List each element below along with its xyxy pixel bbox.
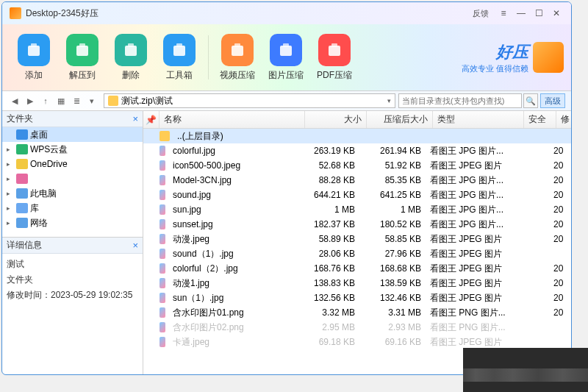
file-name: sound.jpg — [168, 190, 298, 200]
window-title: Desktop-2345好压 — [26, 7, 473, 20]
tool-PDF压缩[interactable]: PDF压缩 — [310, 34, 359, 82]
file-row[interactable]: sound.jpg 644.21 KB 641.25 KB 看图王 JPG 图片… — [143, 188, 571, 202]
file-name: 含水印图片01.png — [168, 307, 298, 319]
file-size: 88.28 KB — [298, 175, 359, 185]
expand-icon[interactable]: ▸ — [7, 146, 14, 153]
up-button[interactable]: ↑ — [39, 94, 52, 107]
tree-icon — [16, 144, 28, 154]
back-button[interactable]: ◀ — [8, 94, 21, 107]
path-input[interactable]: 测试.zip\测试 ▾ — [104, 93, 395, 108]
col-size[interactable]: 大小 — [305, 111, 367, 128]
file-icon — [159, 190, 165, 200]
close-details-panel[interactable]: × — [132, 240, 138, 251]
file-row[interactable]: colorful（2）.jpg 168.76 KB 168.68 KB 看图王 … — [143, 261, 571, 276]
svg-rect-4 — [125, 46, 137, 56]
col-security[interactable]: 安全 — [524, 111, 556, 128]
file-icon — [159, 307, 165, 318]
file-type: 看图王 JPEG 图片 — [426, 292, 517, 304]
file-compressed: 3.31 MB — [359, 307, 426, 318]
file-row[interactable]: icon500-500.jpeg 52.68 KB 51.92 KB 看图王 J… — [143, 158, 571, 173]
file-row[interactable]: sun.jpg 1 MB 1 MB 看图王 JPG 图片... 20 — [143, 202, 571, 217]
svg-rect-3 — [79, 43, 85, 47]
file-compressed: 58.85 KB — [359, 234, 426, 244]
file-row[interactable]: sunset.jpg 182.37 KB 180.52 KB 看图王 JPG 图… — [143, 217, 571, 232]
file-row[interactable]: sound（1）.jpg 28.06 KB 27.96 KB 看图王 JPEG … — [143, 246, 571, 261]
feedback-link[interactable]: 反馈 — [473, 8, 489, 19]
file-size: 3.32 MB — [298, 307, 359, 318]
file-icon — [159, 175, 165, 185]
expand-icon[interactable]: ▸ — [7, 219, 14, 227]
tool-icon — [18, 34, 50, 66]
expand-icon[interactable]: ▸ — [7, 190, 14, 197]
tree-item[interactable]: ▸ 此电脑 — [2, 186, 143, 201]
file-modified: 20 — [549, 175, 571, 185]
tree-item[interactable]: 桌面 — [2, 127, 143, 142]
file-icon — [159, 278, 165, 288]
close-button[interactable]: ✕ — [549, 6, 564, 21]
menu-icon[interactable]: ≡ — [496, 6, 511, 21]
tool-添加[interactable]: 添加 — [10, 34, 58, 82]
tree-item[interactable]: ▸ 库 — [2, 201, 143, 215]
expand-icon[interactable]: ▸ — [7, 204, 14, 212]
file-type: 看图王 JPG 图片... — [426, 174, 517, 187]
file-modified: 20 — [549, 278, 571, 288]
tree-item[interactable]: ▸ — [2, 171, 143, 186]
tree-item[interactable]: ▸ OneDrive — [2, 157, 143, 171]
tree-item[interactable]: ▸ WPS云盘 — [2, 142, 143, 157]
svg-rect-11 — [283, 43, 289, 47]
file-modified: 20 — [549, 263, 571, 274]
svg-rect-6 — [173, 46, 185, 56]
col-type[interactable]: 类型 — [433, 111, 524, 128]
file-icon — [159, 160, 165, 171]
file-compressed: 85.35 KB — [359, 175, 426, 185]
tree-icon — [16, 129, 28, 140]
col-modified[interactable]: 修 — [556, 111, 571, 128]
search-input[interactable] — [398, 93, 522, 108]
col-name[interactable]: 名称 — [159, 111, 305, 128]
file-size: 644.21 KB — [298, 190, 359, 200]
svg-rect-0 — [28, 46, 40, 56]
parent-dir-row[interactable]: ..(上层目录) — [143, 129, 571, 143]
view-icons-button[interactable]: ▦ — [54, 94, 68, 107]
detail-mtime: 修改时间：2023-05-29 19:02:35 — [7, 289, 138, 302]
path-text: 测试.zip\测试 — [121, 95, 173, 107]
forward-button[interactable]: ▶ — [24, 94, 37, 107]
expand-icon[interactable]: ▸ — [7, 160, 14, 168]
tree-item[interactable]: ▸ 网络 — [2, 215, 143, 230]
tool-删除[interactable]: 删除 — [107, 34, 155, 82]
tool-工具箱[interactable]: 工具箱 — [155, 34, 204, 82]
file-row[interactable]: 含水印图片01.png 3.32 MB 3.31 MB 看图王 PNG 图片..… — [143, 305, 571, 320]
file-compressed: 1 MB — [359, 204, 426, 215]
tool-视频压缩[interactable]: 视频压缩 — [213, 34, 262, 82]
col-compressed[interactable]: 压缩后大小 — [367, 111, 433, 128]
file-row[interactable]: Model-3CN.jpg 88.28 KB 85.35 KB 看图王 JPG … — [143, 173, 571, 188]
toolbar-divider — [208, 35, 209, 79]
tool-解压到[interactable]: 解压到 — [58, 34, 107, 82]
file-modified: 20 — [549, 219, 571, 229]
file-row[interactable]: sun（1）.jpg 132.56 KB 132.46 KB 看图王 JPEG … — [143, 291, 571, 305]
file-row[interactable]: 动漫1.jpg 138.83 KB 138.59 KB 看图王 JPEG 图片 … — [143, 276, 571, 291]
tool-icon — [270, 34, 302, 66]
view-list-button[interactable]: ≣ — [70, 94, 83, 107]
file-size: 58.89 KB — [298, 234, 359, 244]
svg-rect-7 — [176, 43, 182, 47]
minimize-button[interactable]: — — [514, 6, 528, 21]
file-type: 看图王 JPG 图片... — [426, 218, 517, 231]
search-button[interactable]: 🔍 — [523, 93, 538, 108]
close-folders-panel[interactable]: × — [132, 113, 138, 124]
pin-column[interactable]: 📌 — [143, 111, 159, 128]
file-row[interactable]: 卡通.jpeg 69.18 KB 69.16 KB 看图王 JPEG 图片 — [143, 335, 571, 349]
chevron-down-icon[interactable]: ▾ — [387, 97, 391, 104]
file-type: 看图王 JPEG 图片 — [426, 248, 517, 260]
tool-图片压缩[interactable]: 图片压缩 — [262, 34, 310, 82]
file-row[interactable]: 动漫.jpeg 58.89 KB 58.85 KB 看图王 JPEG 图片 20 — [143, 232, 571, 246]
tree-icon — [16, 188, 28, 199]
tree-label: 网络 — [30, 217, 48, 229]
maximize-button[interactable]: ☐ — [531, 6, 546, 21]
file-row[interactable]: 含水印图片02.png 2.95 MB 2.93 MB 看图王 PNG 图片..… — [143, 320, 571, 335]
file-row[interactable]: colorful.jpg 263.19 KB 261.94 KB 看图王 JPG… — [143, 143, 571, 158]
expand-icon[interactable]: ▸ — [7, 175, 14, 182]
app-window: Desktop-2345好压 反馈 ≡ — ☐ ✕ 添加 解压到 删除 工具箱 … — [1, 1, 572, 375]
dropdown-button[interactable]: ▾ — [85, 94, 98, 107]
advanced-button[interactable]: 高级 — [540, 93, 565, 108]
